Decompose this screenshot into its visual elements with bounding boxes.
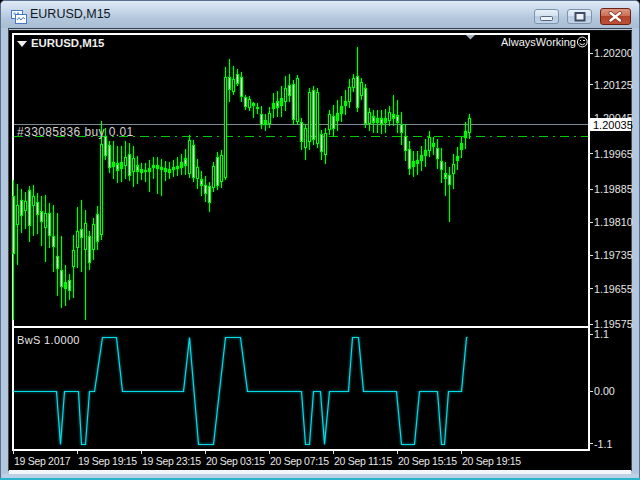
- svg-text:1.19810: 1.19810: [594, 216, 633, 228]
- svg-text:19 Sep 23:15: 19 Sep 23:15: [142, 455, 201, 467]
- svg-text:19 Sep 2017: 19 Sep 2017: [14, 455, 71, 467]
- svg-text:-1.1: -1.1: [594, 438, 612, 450]
- svg-text:1.19965: 1.19965: [594, 148, 633, 160]
- svg-text:20 Sep 15:15: 20 Sep 15:15: [398, 455, 457, 467]
- svg-text:20 Sep 03:15: 20 Sep 03:15: [206, 455, 265, 467]
- svg-text:1.20200: 1.20200: [594, 47, 633, 59]
- svg-text:20 Sep 11:15: 20 Sep 11:15: [334, 455, 393, 467]
- svg-text:BwS 1.0000: BwS 1.0000: [17, 334, 80, 346]
- svg-text:1.20035: 1.20035: [593, 119, 633, 131]
- svg-text:AlwaysWorking: AlwaysWorking: [501, 36, 576, 48]
- svg-text:1.1: 1.1: [594, 328, 609, 340]
- svg-text:19 Sep 19:15: 19 Sep 19:15: [78, 455, 137, 467]
- svg-text:20 Sep 19:15: 20 Sep 19:15: [462, 455, 521, 467]
- svg-text:EURUSD,M15: EURUSD,M15: [31, 37, 105, 49]
- svg-text:0.00: 0.00: [594, 385, 615, 397]
- svg-text:1.19655: 1.19655: [594, 283, 633, 295]
- svg-text:20 Sep 07:15: 20 Sep 07:15: [270, 455, 329, 467]
- svg-text:1.20125: 1.20125: [594, 79, 633, 91]
- svg-text:1.19735: 1.19735: [594, 249, 633, 261]
- svg-text:1.19885: 1.19885: [594, 183, 633, 195]
- svg-text:#33085836 buy 0.01: #33085836 buy 0.01: [17, 125, 134, 139]
